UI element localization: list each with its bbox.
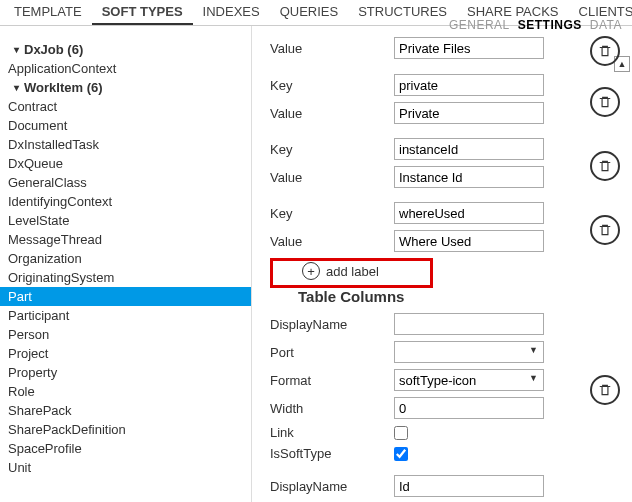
subtab-data[interactable]: DATA — [590, 18, 622, 32]
value-label: Value — [264, 234, 394, 249]
value-input[interactable] — [394, 102, 544, 124]
tab-soft-types[interactable]: SOFT TYPES — [92, 0, 193, 25]
tree-item-sharepackdefinition[interactable]: SharePackDefinition — [0, 420, 251, 439]
trash-icon — [598, 223, 612, 237]
tree-item-levelstate[interactable]: LevelState — [0, 211, 251, 230]
key-input[interactable] — [394, 138, 544, 160]
delete-button[interactable] — [590, 87, 620, 117]
key-label: Key — [264, 206, 394, 221]
key-input[interactable] — [394, 202, 544, 224]
tree-label: DxJob — [24, 42, 64, 57]
tree-item-person[interactable]: Person — [0, 325, 251, 344]
tree-item-document[interactable]: Document — [0, 116, 251, 135]
sub-tab-bar: GENERAL SETTINGS DATA — [449, 18, 622, 32]
tree-item-sharepack[interactable]: SharePack — [0, 401, 251, 420]
tree-node-dxjob[interactable]: ▾ DxJob (6) — [0, 40, 251, 59]
key-label: Key — [264, 142, 394, 157]
tab-structures[interactable]: STRUCTURES — [348, 0, 457, 25]
port-label: Port — [264, 345, 394, 360]
tree-item-dxqueue[interactable]: DxQueue — [0, 154, 251, 173]
delete-button[interactable] — [590, 36, 620, 66]
chevron-down-icon: ▾ — [10, 44, 22, 55]
port-select[interactable] — [394, 341, 544, 363]
tree-item-unit[interactable]: Unit — [0, 458, 251, 477]
displayname-label: DisplayName — [264, 479, 394, 494]
key-input[interactable] — [394, 74, 544, 96]
tree-item-spaceprofile[interactable]: SpaceProfile — [0, 439, 251, 458]
tree-item-dxinstalledtask[interactable]: DxInstalledTask — [0, 135, 251, 154]
value-input[interactable] — [394, 230, 544, 252]
displayname-input[interactable] — [394, 475, 544, 497]
subtab-general[interactable]: GENERAL — [449, 18, 510, 32]
add-label-text: add label — [326, 264, 379, 279]
link-label: Link — [264, 425, 394, 440]
tree-count: (6) — [87, 80, 103, 95]
tree-item-property[interactable]: Property — [0, 363, 251, 382]
issofttype-label: IsSoftType — [264, 446, 394, 461]
displayname-label: DisplayName — [264, 317, 394, 332]
value-label: Value — [264, 41, 394, 56]
tree-item-applicationcontext[interactable]: ApplicationContext — [0, 59, 251, 78]
format-label: Format — [264, 373, 394, 388]
width-input[interactable] — [394, 397, 544, 419]
delete-button[interactable] — [590, 151, 620, 181]
trash-icon — [598, 159, 612, 173]
tree-item-identifyingcontext[interactable]: IdentifyingContext — [0, 192, 251, 211]
trash-icon — [598, 44, 612, 58]
tree-label: WorkItem — [24, 80, 83, 95]
tree-item-contract[interactable]: Contract — [0, 97, 251, 116]
type-tree: ▾ DxJob (6) ApplicationContext ▾ WorkIte… — [0, 26, 252, 502]
tree-item-originatingsystem[interactable]: OriginatingSystem — [0, 268, 251, 287]
width-label: Width — [264, 401, 394, 416]
plus-icon: + — [302, 262, 320, 280]
format-select[interactable]: softType-icon — [394, 369, 544, 391]
tree-count: (6) — [67, 42, 83, 57]
tree-item-generalclass[interactable]: GeneralClass — [0, 173, 251, 192]
tree-item-participant[interactable]: Participant — [0, 306, 251, 325]
add-label-button[interactable]: + add label — [264, 258, 620, 284]
delete-button[interactable] — [590, 375, 620, 405]
value-input[interactable] — [394, 166, 544, 188]
subtab-settings[interactable]: SETTINGS — [518, 18, 582, 32]
tree-item-part[interactable]: Part — [0, 287, 251, 306]
displayname-input[interactable] — [394, 313, 544, 335]
key-label: Key — [264, 78, 394, 93]
section-heading-table-columns: Table Columns — [298, 288, 620, 305]
link-checkbox[interactable] — [394, 426, 408, 440]
trash-icon — [598, 383, 612, 397]
tab-template[interactable]: TEMPLATE — [4, 0, 92, 25]
tab-indexes[interactable]: INDEXES — [193, 0, 270, 25]
issofttype-checkbox[interactable] — [394, 447, 408, 461]
value-label: Value — [264, 106, 394, 121]
tree-node-workitem[interactable]: ▾ WorkItem (6) — [0, 78, 251, 97]
tab-queries[interactable]: QUERIES — [270, 0, 349, 25]
tree-item-messagethread[interactable]: MessageThread — [0, 230, 251, 249]
chevron-down-icon: ▾ — [10, 82, 22, 93]
delete-button[interactable] — [590, 215, 620, 245]
tree-item-organization[interactable]: Organization — [0, 249, 251, 268]
value-input[interactable] — [394, 37, 544, 59]
editor-panel: Value Key Value Key Value — [252, 26, 632, 502]
tree-item-project[interactable]: Project — [0, 344, 251, 363]
tree-item-role[interactable]: Role — [0, 382, 251, 401]
trash-icon — [598, 95, 612, 109]
value-label: Value — [264, 170, 394, 185]
